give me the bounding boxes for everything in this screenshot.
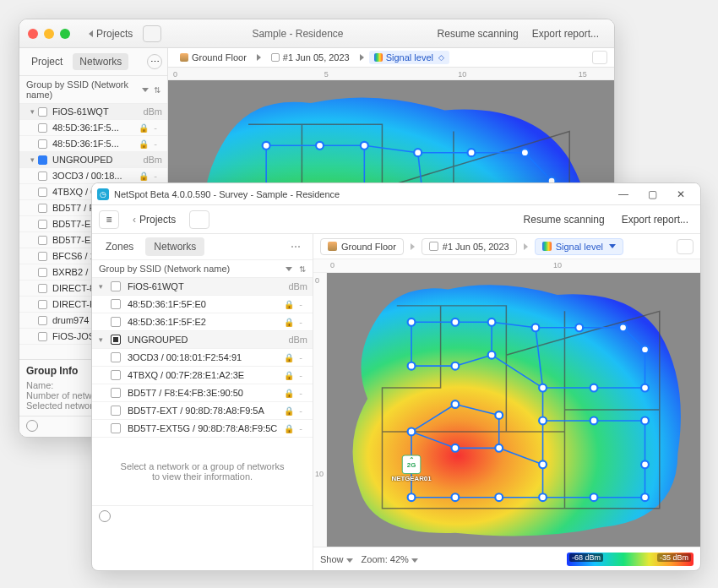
export-report-button[interactable]: Export report... [525,28,606,40]
network-row[interactable]: 4TBXQ / 00:7F:28:E1:A2:3E🔒- [92,367,313,384]
chevron-right-icon [360,54,364,61]
heatmap-stage: 0 10 2G⌃NETGEAR01 [313,273,700,547]
tab-zones[interactable]: Zones [97,237,142,256]
network-row[interactable]: BD5T7 / F8:E4:FB:3E:90:50🔒- [92,384,313,402]
signal-legend: -68 dBm -35 dBm [567,553,694,566]
svg-point-113 [539,417,547,425]
svg-point-125 [451,444,459,452]
maximize-button[interactable]: ▢ [638,188,666,200]
sort-icon[interactable]: ⇅ [154,85,160,95]
win-main: Ground Floor #1 Jun 05, 2023 Signal leve… [313,234,700,570]
crumb-date[interactable]: #1 Jun 05, 2023 [266,51,355,64]
gear-icon[interactable] [26,420,38,432]
svg-point-114 [590,417,598,425]
svg-point-109 [641,346,649,353]
lock-icon: 🔒 [139,172,149,181]
menu-button[interactable]: ≡ [99,210,119,229]
svg-point-118 [590,493,598,501]
sidebar-toggle-button[interactable] [189,210,209,229]
lock-icon: 🔒 [284,318,294,327]
more-icon[interactable]: ⋯ [147,54,162,69]
show-button[interactable]: Show [320,554,353,564]
more-icon[interactable]: ⋯ [286,239,307,254]
heatmap-svg: 2G⌃NETGEAR01 [327,273,700,547]
network-row[interactable]: 3OCD3 / 00:18:01:F2:54:91🔒- [92,349,313,367]
svg-point-43 [521,149,529,156]
sidebar-toggle-button[interactable] [143,25,161,42]
crumb-date[interactable]: #1 Jun 05, 2023 [422,238,517,255]
chevron-down-icon[interactable] [142,88,149,92]
tab-networks[interactable]: Networks [73,53,128,70]
svg-point-42 [468,149,476,156]
network-group-header[interactable]: ▾UNGROUPEDdBm [19,152,167,168]
svg-point-102 [488,318,496,326]
sliders-icon[interactable] [677,239,694,254]
hint-text: Select a network or a group of networks … [92,438,313,505]
legend-min: -68 dBm [569,553,603,562]
minimize-button[interactable]: — [609,188,638,200]
projects-back-button[interactable]: ‹Projects [126,212,182,227]
resume-scanning-button[interactable]: Resume scanning [431,28,525,40]
network-group-header[interactable]: ▾FiOS-61WQTdBm [19,104,167,120]
svg-text:NETGEAR01: NETGEAR01 [392,475,432,482]
network-row[interactable]: BD5T7-EXT / 90:8D:78:A8:F9:5A🔒- [92,402,313,420]
svg-point-120 [495,493,503,501]
export-report-button[interactable]: Export report... [617,212,694,227]
svg-point-116 [641,460,649,468]
crumb-floor[interactable]: Ground Floor [320,238,404,255]
floor-icon [180,53,188,62]
tab-networks[interactable]: Networks [145,237,204,256]
lock-icon: 🔒 [284,300,294,309]
sort-icon[interactable]: ⇅ [299,264,306,274]
close-button[interactable]: ✕ [666,188,695,200]
svg-point-112 [539,384,547,392]
breadcrumb: Ground Floor #1 Jun 05, 2023 Signal leve… [168,48,614,68]
resume-scanning-button[interactable]: Resume scanning [519,212,610,227]
win-titlebar: ◷ NetSpot Beta 4.0.0.590 - Survey - Samp… [92,183,700,205]
svg-point-103 [488,351,496,359]
crumb-signal[interactable]: Signal level◇ [369,51,449,64]
projects-back-label: Projects [96,28,133,40]
zoom-icon[interactable] [60,29,70,39]
svg-point-127 [539,460,547,468]
chevron-down-icon [411,558,418,563]
group-by-label: Group by SSID (Network name) [26,79,142,100]
win-window: ◷ NetSpot Beta 4.0.0.590 - Survey - Samp… [91,182,701,571]
lock-icon: 🔒 [284,371,294,380]
minimize-icon[interactable] [44,29,54,39]
mac-titlebar: Projects Sample - Residence Resume scann… [19,19,614,48]
traffic-lights [28,29,70,39]
lock-icon: 🔒 [139,123,149,133]
heatmap-canvas[interactable]: 2G⌃NETGEAR01 [327,273,700,547]
crumb-floor[interactable]: Ground Floor [175,51,252,64]
network-row[interactable]: BD5T7-EXT5G / 90:8D:78:A8:F9:5C🔒- [92,420,313,438]
svg-point-110 [641,384,649,392]
chevron-down-icon[interactable] [286,267,292,271]
calendar-icon [271,53,280,62]
tab-project[interactable]: Project [24,53,69,70]
win-sidebar: Zones Networks ⋯ Group by SSID (Network … [92,234,313,570]
calendar-icon [429,242,438,251]
chevron-right-icon [257,54,261,61]
gear-icon[interactable] [99,510,111,522]
sliders-icon[interactable] [592,51,607,64]
win-toolbar: ≡ ‹Projects Resume scanning Export repor… [92,205,700,234]
zoom-level[interactable]: Zoom: 42% [362,554,418,564]
chevron-right-icon [411,243,415,250]
svg-point-121 [451,493,459,501]
svg-point-104 [451,362,459,370]
lock-icon: 🔒 [284,353,294,362]
network-row[interactable]: 48:5D:36:1F:5...🔒- [19,120,167,136]
network-group-header[interactable]: ▾FiOS-61WQTdBm [92,278,313,296]
network-row[interactable]: 48:5D:36:1F:5...🔒- [19,136,167,152]
network-list: ▾FiOS-61WQTdBm48:5D:36:1F:5F:E0🔒-48:5D:3… [92,278,313,438]
network-group-header[interactable]: ▾UNGROUPEDdBm [92,331,313,349]
projects-back-button[interactable]: Projects [82,26,139,41]
network-row[interactable]: 48:5D:36:1F:5F:E0🔒- [92,296,313,313]
floor-icon [328,242,337,251]
network-row[interactable]: 48:5D:36:1F:5F:E2🔒- [92,313,313,331]
svg-point-126 [495,444,503,452]
ruler-horizontal: 0 5 10 15 [168,68,614,80]
crumb-signal[interactable]: Signal level [535,238,623,255]
close-icon[interactable] [28,29,38,39]
